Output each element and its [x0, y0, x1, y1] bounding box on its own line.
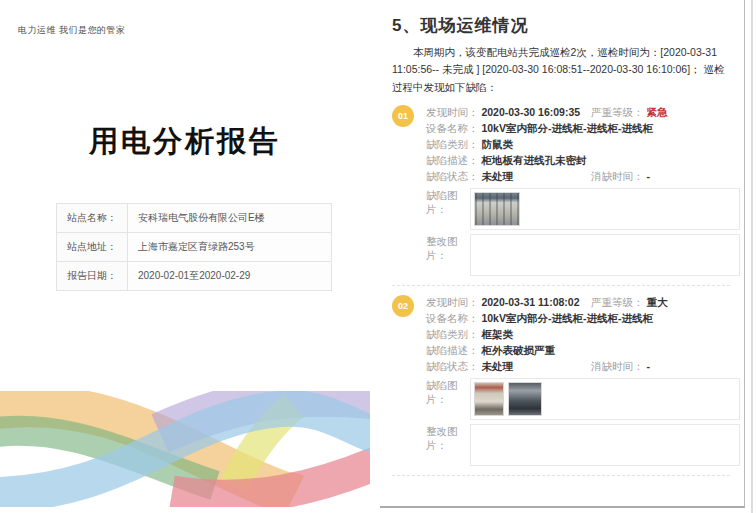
table-row: 站点名称： 安科瑞电气股份有限公司E楼: [57, 204, 332, 233]
severity-pair: 严重等级： 重大: [591, 294, 667, 310]
defect-category-value: 框架类: [481, 328, 513, 340]
item-divider: [392, 285, 730, 286]
defect-category-label: 缺陷类别：: [426, 328, 479, 340]
wave-graphic: [0, 391, 370, 507]
defect-description-value: 柜外表破损严重: [481, 344, 555, 356]
defect-status-label: 缺陷状态：: [426, 360, 479, 372]
clear-time-value: -: [646, 170, 650, 182]
clear-time-value: -: [646, 360, 650, 372]
defect-category-value: 防鼠类: [481, 138, 513, 150]
rectify-images-box: [470, 234, 740, 276]
severity-value: 紧急: [646, 106, 667, 118]
defect-images-box: [470, 378, 740, 420]
defect-description-label: 缺陷描述：: [426, 344, 479, 356]
cover-title: 用电分析报告: [0, 122, 370, 162]
vertical-scrollbar[interactable]: [751, 0, 753, 513]
rectify-images-label: 整改图片：: [426, 234, 470, 262]
cover-page: 电力运维 我们是您的管家 用电分析报告 站点名称： 安科瑞电气股份有限公司E楼 …: [0, 0, 370, 513]
device-name-label: 设备名称：: [426, 312, 479, 324]
defect-images-label: 缺陷图片：: [426, 188, 470, 216]
defect-images-box: [470, 188, 740, 230]
site-info-table: 站点名称： 安科瑞电气股份有限公司E楼 站点地址： 上海市嘉定区育绿路253号 …: [56, 203, 332, 291]
defect-category-row: 缺陷类别： 防鼠类: [426, 136, 744, 152]
defect-status-row: 缺陷状态： 未处理 消缺时间： -: [426, 168, 744, 184]
defect-images-row: 缺陷图片：: [426, 188, 744, 230]
report-date-label: 报告日期：: [57, 262, 128, 291]
defect-photo-thumbnail[interactable]: [474, 192, 520, 226]
device-name-row: 设备名称： 10kV室内部分-进线柜-进线柜-进线柜: [426, 310, 744, 326]
clear-time-label: 消缺时间：: [591, 170, 644, 182]
table-row: 报告日期： 2020-02-01至2020-02-29: [57, 262, 332, 291]
defect-images-label: 缺陷图片：: [426, 378, 470, 406]
report-page: 5、现场运维情况 本周期内，该变配电站共完成巡检2次，巡检时间为：[2020-0…: [380, 0, 745, 508]
defect-status-value: 未处理: [481, 170, 513, 182]
defect-description-value: 柜地板有进线孔未密封: [481, 154, 586, 166]
severity-label: 严重等级：: [591, 296, 644, 308]
defect-item-01: 01 发现时间： 2020-03-30 16:09:35 严重等级： 紧急 设备…: [392, 104, 744, 276]
report-date-value: 2020-02-01至2020-02-29: [128, 262, 332, 291]
clear-time-pair: 消缺时间： -: [591, 358, 650, 374]
device-name-row: 设备名称： 10kV室内部分-进线柜-进线柜-进线柜: [426, 120, 744, 136]
table-row: 站点地址： 上海市嘉定区育绿路253号: [57, 233, 332, 262]
site-name-label: 站点名称：: [57, 204, 128, 233]
defect-category-row: 缺陷类别： 框架类: [426, 326, 744, 342]
clear-time-label: 消缺时间：: [591, 360, 644, 372]
defect-photo-thumbnail[interactable]: [474, 382, 504, 416]
section-title: 5、现场运维情况: [392, 14, 730, 37]
rectify-images-row: 整改图片：: [426, 234, 744, 276]
defect-item-02: 02 发现时间： 2020-03-31 11:08:02 严重等级： 重大 设备…: [392, 294, 744, 466]
defect-number-badge: 01: [392, 105, 414, 127]
defect-images-row: 缺陷图片：: [426, 378, 744, 420]
site-address-label: 站点地址：: [57, 233, 128, 262]
device-name-value: 10kV室内部分-进线柜-进线柜-进线柜: [481, 122, 653, 134]
defect-description-row: 缺陷描述： 柜地板有进线孔未密封: [426, 152, 744, 168]
severity-value: 重大: [646, 296, 667, 308]
found-time-row: 发现时间： 2020-03-30 16:09:35 严重等级： 紧急: [426, 104, 744, 120]
defect-status-value: 未处理: [481, 360, 513, 372]
device-name-value: 10kV室内部分-进线柜-进线柜-进线柜: [481, 312, 653, 324]
clear-time-pair: 消缺时间： -: [591, 168, 650, 184]
site-address-value: 上海市嘉定区育绿路253号: [128, 233, 332, 262]
found-time-label: 发现时间：: [426, 296, 479, 308]
severity-label: 严重等级：: [591, 106, 644, 118]
found-time-label: 发现时间：: [426, 106, 479, 118]
rectify-images-row: 整改图片：: [426, 424, 744, 466]
defect-status-label: 缺陷状态：: [426, 170, 479, 182]
defect-number-badge: 02: [392, 295, 414, 317]
defect-photo-thumbnail[interactable]: [508, 382, 542, 416]
defect-description-label: 缺陷描述：: [426, 154, 479, 166]
rectify-images-label: 整改图片：: [426, 424, 470, 452]
defect-status-row: 缺陷状态： 未处理 消缺时间： -: [426, 358, 744, 374]
inspection-summary: 本周期内，该变配电站共完成巡检2次，巡检时间为：[2020-03-31 11:0…: [392, 44, 732, 96]
item-divider: [392, 475, 730, 476]
device-name-label: 设备名称：: [426, 122, 479, 134]
site-name-value: 安科瑞电气股份有限公司E楼: [128, 204, 332, 233]
defect-description-row: 缺陷描述： 柜外表破损严重: [426, 342, 744, 358]
rectify-images-box: [470, 424, 740, 466]
defect-category-label: 缺陷类别：: [426, 138, 479, 150]
severity-pair: 严重等级： 紧急: [591, 104, 667, 120]
cover-tagline: 电力运维 我们是您的管家: [18, 24, 126, 37]
found-time-value: 2020-03-31 11:08:02: [481, 296, 579, 308]
found-time-row: 发现时间： 2020-03-31 11:08:02 严重等级： 重大: [426, 294, 744, 310]
found-time-value: 2020-03-30 16:09:35: [481, 106, 580, 118]
